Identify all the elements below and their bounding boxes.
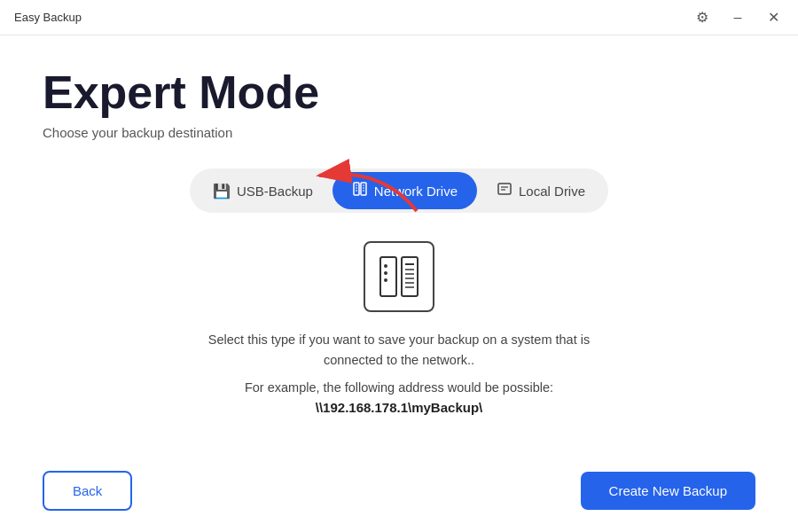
network-icon-box [364, 241, 434, 312]
settings-button[interactable]: ⚙ [692, 7, 713, 28]
example-label: For example, the following address would… [43, 380, 755, 395]
bottom-bar: Back Create New Backup [43, 457, 755, 511]
tab-usb-backup[interactable]: 💾 USB-Backup [193, 174, 332, 208]
svg-point-14 [384, 264, 387, 268]
svg-point-16 [384, 278, 387, 282]
svg-rect-0 [354, 183, 359, 195]
tab-network-drive[interactable]: Network Drive [332, 172, 477, 209]
local-drive-icon [497, 181, 512, 200]
close-button[interactable]: ✕ [763, 7, 784, 28]
nas-icon [376, 254, 422, 300]
tab-local-label: Local Drive [519, 184, 585, 199]
settings-icon: ⚙ [696, 9, 708, 26]
back-button[interactable]: Back [43, 471, 132, 511]
main-content: Expert Mode Choose your backup destinati… [0, 35, 798, 532]
tab-usb-label: USB-Backup [237, 184, 313, 199]
page-subtitle: Choose your backup destination [43, 125, 755, 140]
usb-icon: 💾 [213, 183, 231, 200]
svg-rect-8 [498, 184, 511, 194]
title-bar-left: Easy Backup [14, 11, 82, 24]
svg-point-15 [384, 271, 387, 275]
app-title: Easy Backup [14, 11, 82, 24]
page-title: Expert Mode [43, 67, 755, 118]
tab-selector: 💾 USB-Backup Network Drive [190, 168, 608, 213]
example-path: \\192.168.178.1\myBackup\ [43, 400, 755, 415]
network-drive-description: Select this type if you want to save you… [43, 330, 755, 371]
network-icon [352, 181, 368, 200]
svg-rect-1 [361, 183, 366, 195]
svg-rect-12 [380, 257, 396, 296]
title-bar: Easy Backup ⚙ – ✕ [0, 0, 798, 35]
title-bar-controls: ⚙ – ✕ [692, 7, 784, 28]
create-backup-button[interactable]: Create New Backup [581, 472, 755, 510]
minimize-button[interactable]: – [727, 7, 748, 28]
tab-local-drive[interactable]: Local Drive [477, 172, 605, 209]
tab-network-label: Network Drive [374, 184, 458, 199]
svg-rect-13 [402, 257, 418, 296]
minimize-icon: – [734, 10, 742, 26]
close-icon: ✕ [768, 9, 779, 26]
network-drive-illustration [43, 241, 755, 312]
